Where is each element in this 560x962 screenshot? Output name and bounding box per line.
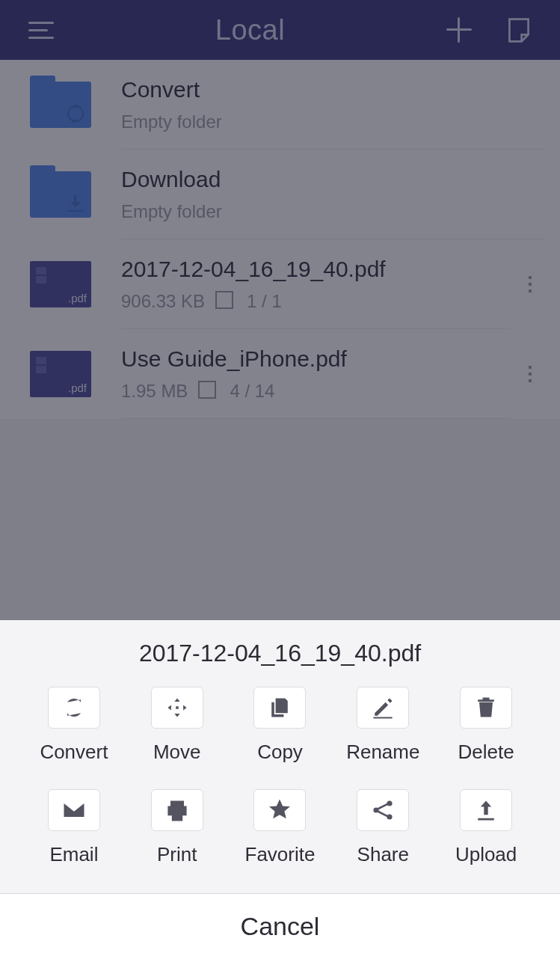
action-share[interactable]: Share [331, 789, 434, 866]
share-icon [369, 797, 396, 824]
action-convert[interactable]: Convert [22, 687, 126, 764]
action-upload[interactable]: Upload [434, 789, 538, 866]
action-email[interactable]: Email [22, 789, 126, 866]
delete-icon [473, 694, 499, 721]
convert-icon [61, 694, 87, 721]
rename-icon [369, 694, 396, 721]
print-icon [164, 797, 191, 824]
svg-point-2 [387, 814, 393, 819]
move-icon [164, 694, 191, 721]
email-icon [61, 797, 87, 824]
copy-icon [266, 694, 293, 721]
action-delete[interactable]: Delete [434, 687, 538, 764]
cancel-button[interactable]: Cancel [0, 893, 560, 962]
sheet-title: 2017-12-04_16_19_40.pdf [0, 620, 560, 682]
action-move[interactable]: Move [126, 687, 229, 764]
action-copy[interactable]: Copy [229, 687, 332, 764]
svg-point-0 [387, 800, 393, 806]
action-sheet: 2017-12-04_16_19_40.pdf Convert Move Cop… [0, 620, 560, 962]
star-icon [266, 797, 293, 824]
action-print[interactable]: Print [126, 789, 229, 866]
action-rename[interactable]: Rename [331, 687, 434, 764]
action-favorite[interactable]: Favorite [229, 789, 332, 866]
upload-icon [473, 797, 499, 824]
action-grid: Convert Move Copy Rename Delete Email [0, 682, 560, 893]
